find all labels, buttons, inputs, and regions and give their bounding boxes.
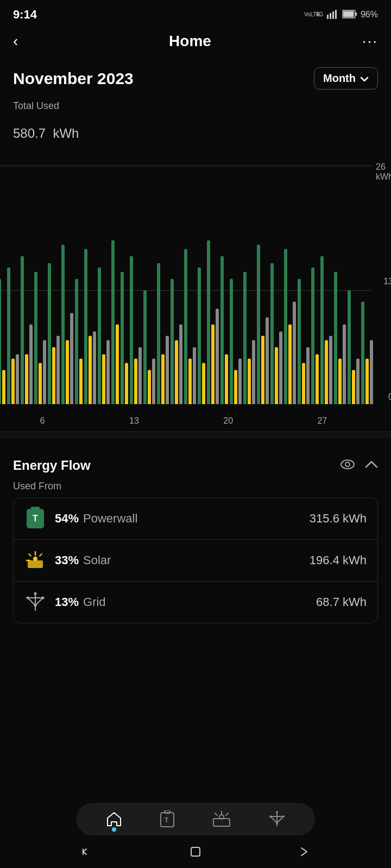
- bar-gray: [329, 336, 332, 404]
- svg-line-35: [270, 816, 277, 823]
- bar-green: [171, 279, 174, 404]
- energy-flow-controls: [340, 459, 378, 472]
- bar-group-16: [198, 267, 205, 404]
- bar-gray: [179, 324, 182, 404]
- svg-point-37: [269, 815, 272, 818]
- eye-icon[interactable]: [340, 459, 355, 472]
- bar-gray: [266, 317, 269, 404]
- nav-home-button[interactable]: [106, 811, 122, 827]
- android-back-button[interactable]: [81, 846, 93, 861]
- bar-yellow: [134, 359, 137, 404]
- bar-green: [48, 263, 51, 404]
- bar-gray: [238, 359, 242, 404]
- svg-rect-5: [335, 10, 337, 19]
- bar-group-4: [48, 263, 60, 404]
- svg-rect-2: [327, 15, 329, 19]
- svg-rect-7: [355, 12, 357, 16]
- svg-point-9: [341, 460, 354, 469]
- bar-group-6: [75, 279, 83, 404]
- bar-green: [334, 272, 337, 404]
- chart-x-label-20: 20: [223, 416, 233, 426]
- grid-name: Grid: [83, 595, 106, 609]
- bar-green: [7, 267, 10, 404]
- section-separator: [0, 432, 391, 438]
- svg-line-31: [226, 813, 228, 815]
- bar-green: [270, 263, 274, 404]
- collapse-icon[interactable]: [365, 461, 378, 470]
- bar-gray: [166, 336, 169, 404]
- svg-text:4G: 4G: [316, 11, 324, 17]
- nav-home-indicator: [112, 827, 116, 832]
- chart-inner: 26kWh 13 0 6132027: [0, 155, 391, 426]
- bar-green: [75, 279, 78, 404]
- bar-green: [348, 290, 351, 404]
- svg-line-36: [277, 816, 283, 823]
- bar-gray: [216, 309, 219, 404]
- energy-sources-card: T 54% Powerwall 315.6 kWh: [13, 497, 378, 623]
- bar-green: [198, 267, 201, 404]
- svg-point-39: [276, 811, 278, 813]
- bar-gray: [93, 331, 96, 404]
- bar-group-14: [171, 279, 182, 404]
- svg-point-10: [345, 462, 350, 467]
- chart-x-label-6: 6: [40, 416, 45, 426]
- nav-powerwall-button[interactable]: T: [160, 810, 174, 828]
- bar-yellow: [234, 370, 237, 404]
- bar-yellow: [148, 370, 151, 404]
- bar-group-1: [7, 267, 19, 404]
- bar-group-2: [21, 256, 33, 404]
- svg-line-20: [35, 598, 43, 605]
- total-used-section: Total Used 580.7 kWh: [13, 100, 378, 144]
- bar-gray: [343, 324, 346, 404]
- svg-point-24: [34, 604, 37, 607]
- bar-group-7: [84, 249, 96, 404]
- bar-yellow: [352, 370, 355, 404]
- svg-point-40: [276, 822, 278, 824]
- bar-group-10: [121, 272, 128, 404]
- bar-green: [130, 256, 133, 404]
- bar-gray: [293, 302, 296, 404]
- svg-line-13: [29, 554, 31, 556]
- svg-line-14: [40, 554, 42, 556]
- nav-grid-button[interactable]: [269, 811, 285, 827]
- battery-pct: 96%: [361, 10, 378, 20]
- bar-yellow: [25, 354, 28, 404]
- bar-yellow: [338, 359, 342, 404]
- svg-rect-28: [213, 819, 230, 826]
- android-recents-button[interactable]: [298, 846, 310, 861]
- bar-yellow: [288, 324, 292, 404]
- bar-yellow: [175, 340, 178, 404]
- android-home-button[interactable]: [190, 846, 201, 861]
- month-selector-button[interactable]: Month: [314, 67, 378, 90]
- bar-green: [61, 245, 65, 404]
- total-used-value: 580.7 kWh: [13, 114, 378, 144]
- bar-yellow: [325, 340, 328, 404]
- network-icon: VoLTE 4G: [304, 9, 324, 21]
- bar-yellow: [102, 354, 105, 404]
- back-button[interactable]: ‹: [13, 33, 18, 50]
- more-button[interactable]: ···: [362, 33, 378, 50]
- bar-group-21: [257, 245, 269, 404]
- svg-line-30: [215, 813, 217, 815]
- bar-group-25: [311, 267, 319, 404]
- energy-row-solar[interactable]: 33% Solar 196.4 kWh: [14, 540, 377, 582]
- bar-gray: [193, 347, 196, 404]
- month-selector-label: Month: [323, 72, 356, 85]
- bar-group-22: [270, 263, 282, 404]
- energy-row-grid[interactable]: 13% Grid 68.7 kWh: [14, 582, 377, 623]
- bar-green: [361, 302, 364, 404]
- svg-rect-8: [343, 11, 354, 17]
- bar-yellow: [52, 347, 55, 404]
- bar-group-23: [284, 249, 296, 404]
- nav-solar-button[interactable]: [212, 811, 231, 827]
- bar-group-3: [34, 272, 46, 404]
- energy-flow-header: Energy Flow: [13, 458, 378, 473]
- bar-green: [320, 256, 324, 404]
- energy-row-powerwall[interactable]: T 54% Powerwall 315.6 kWh: [14, 498, 377, 540]
- chart-label-26: 26kWh: [376, 162, 391, 182]
- bar-yellow: [79, 359, 83, 404]
- solar-kwh: 196.4 kWh: [310, 553, 367, 567]
- powerwall-info: 54% Powerwall: [55, 512, 301, 526]
- bar-gray: [16, 354, 19, 404]
- powerwall-pct: 54%: [55, 512, 79, 526]
